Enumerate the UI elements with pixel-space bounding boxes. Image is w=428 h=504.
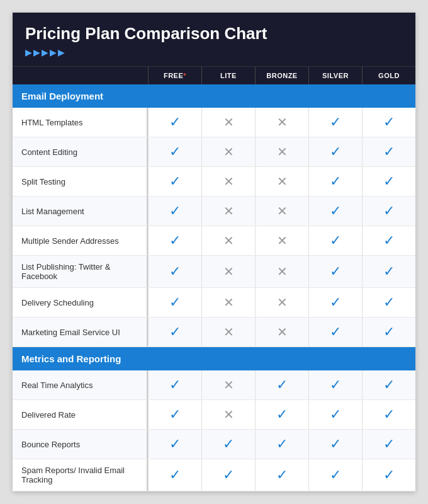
cross-icon: ✕: [277, 295, 288, 310]
cell-bronze: ✓: [255, 400, 308, 429]
col-header-bronze: BRONZE: [255, 67, 308, 84]
cross-icon: ✕: [223, 324, 234, 340]
cell-bronze: ✕: [255, 167, 308, 196]
check-icon: ✓: [330, 144, 341, 160]
check-icon: ✓: [276, 377, 288, 393]
cell-bronze: ✕: [255, 226, 308, 255]
feature-name: Content Editing: [13, 137, 148, 166]
check-icon: ✓: [169, 467, 181, 483]
table-row: List Management✓✕✕✓✓: [13, 197, 415, 226]
cell-gold: ✓: [362, 459, 415, 491]
check-icon: ✓: [383, 114, 395, 130]
cell-bronze: ✓: [255, 430, 308, 459]
cell-silver: ✓: [308, 370, 362, 399]
cross-icon: ✕: [223, 144, 234, 159]
cross-icon: ✕: [277, 144, 288, 159]
check-icon: ✓: [223, 467, 234, 483]
check-icon: ✓: [383, 173, 395, 190]
check-icon: ✓: [223, 436, 234, 452]
col-header-gold: GOLD: [362, 67, 415, 84]
check-icon: ✓: [169, 173, 181, 190]
cell-gold: ✓: [362, 400, 415, 429]
cross-icon: ✕: [277, 203, 288, 219]
feature-name: Marketing Email Service UI: [13, 318, 148, 346]
cell-free: ✓: [148, 288, 201, 317]
cell-lite: ✕: [201, 318, 255, 346]
table-row: Delivered Rate✓✕✓✓✓: [13, 400, 415, 430]
check-icon: ✓: [383, 263, 395, 280]
cross-icon: ✕: [223, 295, 234, 310]
cell-free: ✓: [148, 108, 201, 137]
check-icon: ✓: [169, 406, 181, 423]
check-icon: ✓: [330, 294, 341, 311]
cell-free: ✓: [148, 430, 201, 459]
cell-silver: ✓: [308, 167, 362, 196]
cross-icon: ✕: [223, 233, 234, 248]
cell-free: ✓: [148, 167, 201, 196]
table-row: Real Time Analytics✓✕✓✓✓: [13, 370, 415, 400]
table-body: Email DeploymentHTML Templates✓✕✕✓✓Conte…: [13, 84, 415, 491]
cell-lite: ✕: [201, 370, 255, 399]
table-row: Multiple Sender Addresses✓✕✕✓✓: [13, 226, 415, 256]
check-icon: ✓: [276, 467, 288, 483]
feature-name: Delivered Rate: [13, 400, 148, 429]
feature-name: List Publishing: Twitter & Facebook: [13, 256, 148, 287]
check-icon: ✓: [169, 436, 181, 452]
check-icon: ✓: [330, 467, 341, 483]
cross-icon: ✕: [277, 174, 288, 189]
cell-silver: ✓: [308, 318, 362, 346]
cell-free: ✓: [148, 400, 201, 429]
cell-lite: ✓: [201, 430, 255, 459]
section-header-0: Email Deployment: [13, 84, 415, 108]
cell-free: ✓: [148, 137, 201, 166]
check-icon: ✓: [383, 467, 395, 483]
feature-name: Multiple Sender Addresses: [13, 226, 148, 255]
cell-lite: ✕: [201, 137, 255, 166]
check-icon: ✓: [383, 406, 395, 423]
table-row: Marketing Email Service UI✓✕✕✓✓: [13, 318, 415, 347]
check-icon: ✓: [383, 436, 395, 452]
header-section: Pricing Plan Comparison Chart ▶▶▶▶▶: [13, 13, 415, 66]
cell-free: ✓: [148, 256, 201, 287]
cross-icon: ✕: [223, 264, 234, 279]
check-icon: ✓: [383, 377, 395, 393]
cell-gold: ✓: [362, 430, 415, 459]
cell-gold: ✓: [362, 318, 415, 346]
check-icon: ✓: [383, 203, 395, 219]
cell-lite: ✕: [201, 197, 255, 226]
feature-name: HTML Templates: [13, 108, 148, 137]
feature-name: Split Testing: [13, 167, 148, 196]
check-icon: ✓: [169, 377, 181, 393]
cell-gold: ✓: [362, 256, 415, 287]
arrows-decoration: ▶▶▶▶▶: [25, 47, 403, 57]
cross-icon: ✕: [277, 233, 288, 248]
cell-silver: ✓: [308, 226, 362, 255]
asterisk: *: [183, 72, 186, 79]
cell-free: ✓: [148, 370, 201, 399]
cell-free: ✓: [148, 459, 201, 491]
check-icon: ✓: [330, 406, 341, 423]
cell-lite: ✕: [201, 167, 255, 196]
check-icon: ✓: [169, 144, 181, 160]
col-header-silver: SILVER: [308, 67, 362, 84]
table-row: List Publishing: Twitter & Facebook✓✕✕✓✓: [13, 256, 415, 288]
cell-gold: ✓: [362, 226, 415, 255]
cell-bronze: ✕: [255, 256, 308, 287]
cross-icon: ✕: [223, 377, 234, 392]
cell-silver: ✓: [308, 288, 362, 317]
cross-icon: ✕: [223, 115, 234, 130]
check-icon: ✓: [330, 114, 341, 130]
cell-bronze: ✕: [255, 288, 308, 317]
cell-bronze: ✓: [255, 370, 308, 399]
cell-lite: ✕: [201, 288, 255, 317]
feature-name: Spam Reports/ Invalid Email Tracking: [13, 459, 148, 491]
check-icon: ✓: [330, 436, 341, 452]
check-icon: ✓: [169, 203, 181, 219]
cell-lite: ✕: [201, 226, 255, 255]
cross-icon: ✕: [223, 203, 234, 219]
cell-silver: ✓: [308, 459, 362, 491]
cell-gold: ✓: [362, 108, 415, 137]
col-header-free: FREE*: [148, 67, 201, 84]
check-icon: ✓: [330, 377, 341, 393]
cell-lite: ✕: [201, 400, 255, 429]
